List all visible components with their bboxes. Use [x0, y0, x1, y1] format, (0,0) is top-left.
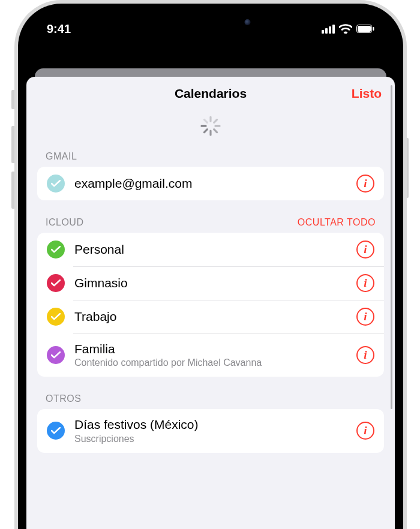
- checkmark-icon[interactable]: [47, 422, 65, 440]
- section-header-otros: Otros: [26, 393, 395, 409]
- info-button[interactable]: i: [356, 175, 374, 193]
- group-gmail: example@gmail.com i: [37, 167, 384, 200]
- status-time: 9:41: [47, 22, 71, 36]
- calendar-row-familia[interactable]: Familia Contenido compartido por Michael…: [37, 333, 384, 377]
- calendar-row-trabajo[interactable]: Trabajo i: [37, 300, 384, 333]
- calendar-row-personal[interactable]: Personal i: [37, 233, 384, 266]
- notch: [143, 12, 278, 32]
- loading-spinner-icon: [26, 115, 395, 137]
- section-label: iCloud: [46, 217, 83, 228]
- calendar-row-gmail-0[interactable]: example@gmail.com i: [37, 167, 384, 200]
- front-camera-icon: [245, 19, 251, 25]
- wifi-icon: [339, 24, 352, 34]
- svg-rect-2: [373, 27, 374, 31]
- calendar-title: Gimnasio: [74, 275, 356, 291]
- cellular-signal-icon: [322, 25, 335, 34]
- calendar-title: Personal: [74, 242, 356, 257]
- phone-bezel: 9:41 Calendarios: [18, 4, 403, 529]
- scroll-indicator[interactable]: [391, 85, 392, 409]
- section-header-gmail: Gmail: [26, 151, 395, 167]
- info-button[interactable]: i: [356, 308, 374, 326]
- calendars-sheet: Calendarios Listo: [26, 77, 395, 529]
- calendar-title: Días festivos (México): [74, 417, 356, 432]
- section-header-icloud: iCloud Ocultar todo: [26, 217, 395, 233]
- svg-line-4: [214, 119, 217, 122]
- checkmark-icon[interactable]: [47, 346, 65, 364]
- svg-line-6: [214, 130, 217, 133]
- info-button[interactable]: i: [356, 241, 374, 259]
- done-button[interactable]: Listo: [352, 86, 382, 101]
- info-button[interactable]: i: [356, 274, 374, 292]
- sheet-title: Calendarios: [175, 86, 247, 101]
- info-button[interactable]: i: [356, 346, 374, 364]
- row-text: Gimnasio: [74, 275, 356, 291]
- section-label: Otros: [46, 393, 81, 404]
- calendar-row-holidays[interactable]: Días festivos (México) Suscripciones i: [37, 409, 384, 452]
- section-label: Gmail: [46, 151, 77, 162]
- row-text: Trabajo: [74, 309, 356, 324]
- row-text: example@gmail.com: [74, 176, 356, 191]
- battery-icon: [356, 25, 374, 33]
- calendar-subtitle: Suscripciones: [74, 433, 356, 445]
- checkmark-icon[interactable]: [47, 175, 65, 193]
- checkmark-icon[interactable]: [47, 274, 65, 292]
- calendar-title: Trabajo: [74, 309, 356, 324]
- svg-line-10: [204, 119, 207, 122]
- svg-rect-1: [358, 26, 371, 32]
- group-icloud: Personal i Gimnasio i: [37, 233, 384, 377]
- group-otros: Días festivos (México) Suscripciones i: [37, 409, 384, 452]
- calendar-row-gimnasio[interactable]: Gimnasio i: [37, 266, 384, 300]
- checkmark-icon[interactable]: [47, 241, 65, 259]
- status-indicators: [322, 24, 374, 34]
- screen: 9:41 Calendarios: [26, 12, 395, 529]
- sheet-header: Calendarios Listo: [26, 77, 395, 110]
- svg-line-8: [204, 130, 207, 133]
- phone-frame: 9:41 Calendarios: [14, 0, 407, 529]
- row-text: Días festivos (México) Suscripciones: [74, 417, 356, 444]
- info-button[interactable]: i: [356, 422, 374, 440]
- row-text: Familia Contenido compartido por Michael…: [74, 341, 356, 369]
- calendar-title: example@gmail.com: [74, 176, 356, 191]
- checkmark-icon[interactable]: [47, 308, 65, 326]
- calendar-title: Familia: [74, 341, 356, 357]
- hide-all-button[interactable]: Ocultar todo: [298, 217, 376, 228]
- row-text: Personal: [74, 242, 356, 257]
- calendar-subtitle: Contenido compartido por Michael Cavanna: [74, 357, 356, 369]
